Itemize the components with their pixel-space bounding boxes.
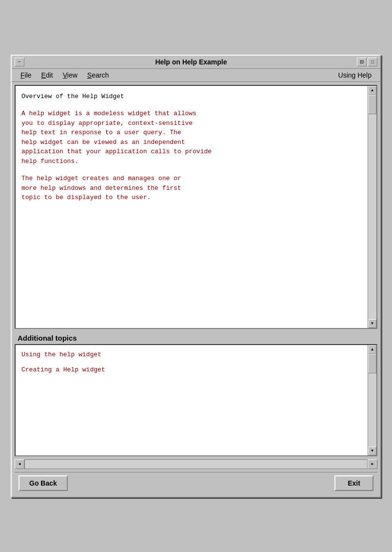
title-bar: − Help on Help Example ⊟ □ — [12, 56, 380, 69]
main-content-panel: Overview of the Help Widget A help widge… — [15, 85, 377, 329]
additional-topics-label: Additional topics — [15, 332, 377, 344]
bottom-bar: Go Back Exit — [15, 472, 377, 494]
hscroll-left-button[interactable]: ◄ — [15, 459, 24, 469]
main-window: − Help on Help Example ⊟ □ File Edit Vie… — [11, 55, 381, 498]
menu-file[interactable]: File — [16, 70, 37, 81]
main-scroll-track — [368, 95, 376, 319]
main-text-area: Overview of the Help Widget A help widge… — [16, 86, 368, 328]
window-title: Help on Help Example — [25, 58, 357, 66]
hscroll-right-button[interactable]: ► — [368, 459, 377, 469]
menu-edit-label: E — [41, 71, 46, 79]
hscroll-track — [24, 459, 368, 469]
content-area: Overview of the Help Widget A help widge… — [12, 82, 380, 497]
menu-using-help-rest: sing Help — [343, 71, 372, 79]
menu-view[interactable]: View — [58, 70, 82, 81]
topics-panel: Using the help widget Creating a Help wi… — [15, 344, 377, 456]
main-paragraph-1: A help widget is a modeless widget that … — [21, 109, 362, 166]
menu-edit-rest: dit — [46, 71, 53, 79]
main-paragraph-2: The help widget creates and manages one … — [21, 174, 362, 203]
menu-search[interactable]: Search — [82, 70, 114, 81]
main-scroll-thumb[interactable] — [368, 95, 376, 114]
menu-search-rest: earch — [92, 71, 109, 79]
horizontal-scrollbar: ◄ ► — [15, 459, 377, 469]
topics-scroll-down-button[interactable]: ▼ — [368, 447, 376, 455]
topics-scroll-up-button[interactable]: ▲ — [368, 345, 376, 354]
topic-item-0[interactable]: Using the help widget — [21, 351, 362, 358]
menu-edit[interactable]: Edit — [37, 70, 58, 81]
main-scroll-down-button[interactable]: ▼ — [368, 319, 376, 328]
main-heading: Overview of the Help Widget — [21, 92, 362, 102]
exit-button[interactable]: Exit — [334, 475, 373, 491]
minimize-button[interactable]: ⊟ — [357, 58, 367, 66]
system-menu-button[interactable]: − — [15, 58, 24, 66]
menu-search-label: S — [87, 71, 92, 79]
main-scrollbar-vertical: ▲ ▼ — [368, 86, 376, 328]
menu-using-help[interactable]: Using Help — [333, 70, 377, 81]
menu-bar: File Edit View Search Using Help — [12, 69, 380, 82]
menu-view-rest: iew — [67, 71, 78, 79]
maximize-button[interactable]: □ — [368, 58, 377, 66]
go-back-button[interactable]: Go Back — [19, 475, 68, 491]
menu-file-rest: ile — [25, 71, 32, 79]
topics-scrollbar-vertical: ▲ ▼ — [368, 345, 376, 455]
menu-view-label: V — [63, 71, 67, 79]
topics-list: Using the help widget Creating a Help wi… — [16, 345, 368, 455]
main-scroll-up-button[interactable]: ▲ — [368, 86, 376, 95]
topic-item-1[interactable]: Creating a Help widget — [21, 366, 362, 373]
topics-scroll-track — [368, 354, 376, 447]
menu-using-help-label: U — [338, 71, 343, 79]
menu-file-label: F — [20, 71, 25, 79]
topics-scroll-thumb[interactable] — [368, 354, 376, 373]
window-controls: ⊟ □ — [357, 58, 377, 66]
